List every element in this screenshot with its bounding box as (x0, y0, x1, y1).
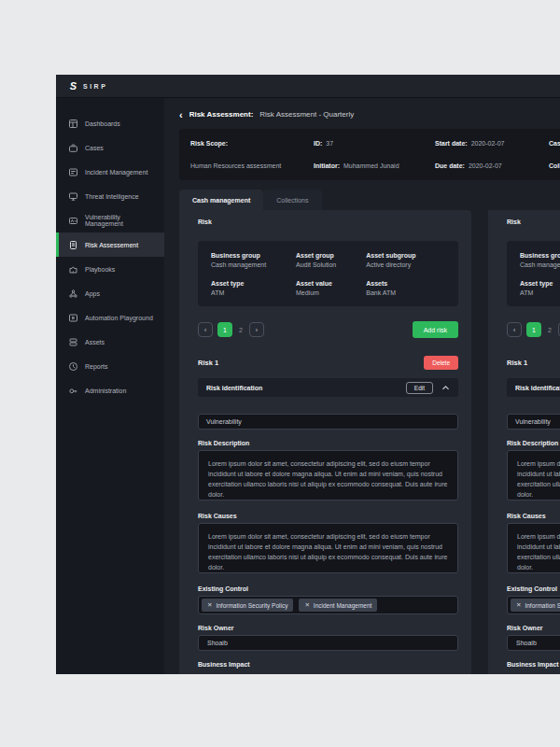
sidebar-item-threat-intelligence[interactable]: Threat Intelligence (56, 184, 164, 208)
sidebar-item-playbooks[interactable]: Playbooks (56, 257, 164, 281)
risk-owner-label: Risk Owner (198, 625, 458, 631)
key-icon (68, 386, 78, 396)
risk-description-textarea[interactable]: Lorem ipsum dolor sit amet, consectetur … (198, 450, 458, 500)
due-date-value: 2020-02-07 (469, 162, 502, 169)
initiator-label: Initiator: (314, 162, 340, 169)
sidebar-item-vulnerability-management[interactable]: Vulnerability Management (56, 208, 164, 233)
risk-description-textarea[interactable]: Lorem ipsum dolor sit amet, consectetur … (507, 450, 560, 500)
top-bar: S SIRP (56, 75, 560, 98)
risk-owner-input[interactable] (198, 635, 458, 651)
risk-section-label: Risk (198, 218, 458, 225)
start-date-label: Start date: (435, 140, 468, 147)
risk-scope-value: Human Resources assessment (190, 162, 281, 169)
risk-causes-label: Risk Causes (507, 513, 560, 519)
id-value: 37 (326, 140, 333, 147)
business-impact-label: Business Impact (198, 661, 458, 668)
existing-control-label: Existing Control (198, 585, 458, 592)
pagination-page-1[interactable]: 1 (217, 322, 232, 337)
sidebar-item-reports[interactable]: Reports (56, 354, 164, 378)
risk-pagination: ‹ 1 2 › Add risk (507, 321, 560, 338)
risk-owner-input[interactable] (507, 635, 560, 651)
page-subtitle: Risk Assessment - Quarterly (259, 110, 354, 119)
risk-title: Risk 1 (198, 359, 218, 367)
server-stack-icon (68, 337, 78, 347)
vulnerability-card-icon (68, 216, 78, 226)
vulnerability-select[interactable]: Vulnerability (198, 414, 458, 430)
control-tag[interactable]: ✕Incident Management (299, 599, 377, 612)
group2-label: Collections (549, 162, 560, 169)
existing-control-label: Existing Control (507, 585, 560, 592)
asset-summary-card: Business groupCash management Asset grou… (198, 241, 458, 306)
existing-control-input[interactable]: ✕Information Security Policy ✕Incident M… (507, 596, 560, 614)
sidebar-item-risk-assessment[interactable]: Risk Assessement (56, 233, 164, 257)
risk-scope-label: Risk Scope: (190, 140, 228, 147)
sidebar-item-apps[interactable]: Apps (56, 281, 164, 305)
group1-label: Cash management (549, 140, 560, 147)
risk-identification-header[interactable]: Risk identification Edit (507, 378, 560, 397)
sidebar-item-assets[interactable]: Assets (56, 330, 164, 354)
asset-summary-card: Business groupCash management Asset grou… (507, 241, 560, 306)
pagination-page-1[interactable]: 1 (526, 322, 541, 337)
pagination-page-2[interactable]: 2 (546, 327, 553, 333)
edit-button[interactable]: Edit (406, 382, 433, 394)
due-date-label: Due date: (435, 162, 465, 169)
delete-risk-button[interactable]: Delete (424, 356, 458, 370)
page-header: ‹ Risk Assessment: Risk Assessment - Qua… (164, 98, 560, 127)
risk-owner-label: Risk Owner (507, 625, 560, 631)
automation-play-icon (68, 313, 78, 323)
briefcase-icon (68, 143, 78, 153)
risk-causes-label: Risk Causes (198, 513, 458, 519)
panel-collections: Risk Business groupCash management Asset… (488, 190, 560, 674)
risk-causes-textarea[interactable]: Lorem ipsum dolor sit amet, consectetur … (198, 523, 458, 573)
risk-description-label: Risk Description (507, 440, 560, 446)
pagination-prev-icon[interactable]: ‹ (507, 322, 522, 337)
sidebar-item-cases[interactable]: Cases (56, 135, 164, 160)
sidebar-item-administration[interactable]: Administration (56, 378, 164, 402)
vulnerability-select[interactable]: Vulnerability (507, 414, 560, 430)
sidebar-item-dashboards[interactable]: Dashboards (56, 111, 164, 135)
risk-section-label: Risk (507, 218, 560, 225)
risk-identification-header[interactable]: Risk identification Edit (198, 378, 458, 397)
panel-cash-management: Cash management Collections Risk Busines… (179, 190, 471, 674)
chevron-up-icon[interactable] (441, 385, 450, 391)
sirp-logo-text: SIRP (83, 83, 107, 90)
risk-document-icon (68, 240, 78, 250)
business-impact-label: Business Impact (507, 661, 560, 668)
control-tag[interactable]: ✕Information Security Policy (511, 599, 560, 612)
risk-causes-textarea[interactable]: Lorem ipsum dolor sit amet, consectetur … (507, 523, 560, 573)
risk-description-label: Risk Description (198, 440, 458, 446)
threat-monitor-icon (68, 191, 78, 202)
dashboard-icon (68, 119, 78, 129)
puzzle-icon (68, 264, 78, 275)
control-tag[interactable]: ✕Information Security Policy (202, 599, 293, 612)
sidebar-item-incident-management[interactable]: Incident Management (56, 160, 164, 184)
sirp-logo-icon: S (67, 80, 79, 92)
tab-cash-management[interactable]: Cash management (179, 190, 263, 210)
tab-collections[interactable]: Collections (263, 190, 321, 210)
pagination-page-2[interactable]: 2 (237, 327, 245, 333)
existing-control-input[interactable]: ✕Information Security Policy ✕Incident M… (198, 596, 458, 614)
clock-report-icon (68, 361, 78, 372)
app-window: S SIRP Dashboards Cases Incident Managem… (56, 75, 560, 674)
add-risk-button[interactable]: Add risk (413, 321, 458, 338)
start-date-value: 2020-02-07 (471, 140, 505, 147)
incident-list-icon (68, 167, 78, 177)
sidebar: Dashboards Cases Incident Management Thr… (56, 98, 164, 674)
page-title: Risk Assessment: (189, 110, 254, 119)
id-label: ID: (314, 140, 322, 147)
initiator-value: Muhammed Junaid (343, 162, 399, 169)
back-button[interactable]: ‹ (179, 111, 183, 119)
pagination-prev-icon[interactable]: ‹ (198, 322, 213, 337)
business-group-tabs: Cash management Collections (179, 190, 471, 210)
sirp-logo[interactable]: S SIRP (67, 80, 107, 92)
sidebar-item-automation-playground[interactable]: Automation Playground (56, 305, 164, 330)
remove-tag-icon[interactable]: ✕ (516, 601, 521, 609)
risk-title: Risk 1 (507, 359, 527, 367)
risk-pagination: ‹ 1 2 › Add risk (198, 321, 458, 338)
remove-tag-icon[interactable]: ✕ (304, 601, 309, 609)
remove-tag-icon[interactable]: ✕ (207, 601, 212, 609)
main-content: ‹ Risk Assessment: Risk Assessment - Qua… (164, 98, 560, 674)
assessment-info-bar: Risk Scope: Human Resources assessment I… (179, 129, 560, 180)
apps-molecule-icon (68, 289, 78, 299)
pagination-next-icon[interactable]: › (249, 322, 264, 337)
